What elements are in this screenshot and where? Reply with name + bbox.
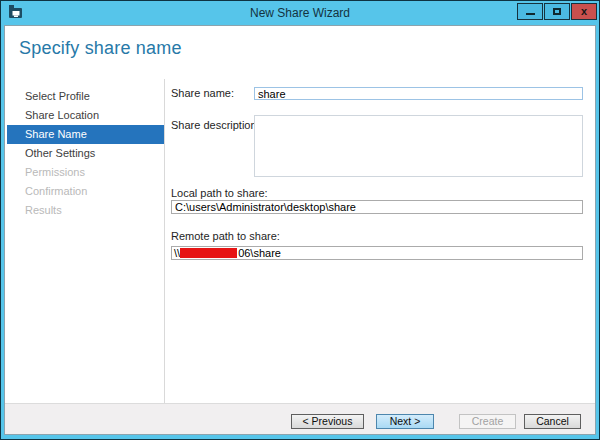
redaction-block (180, 248, 237, 258)
remote-path-input[interactable]: \\ 06\share (171, 246, 583, 260)
form-content: Share name: Share description: Local pat… (5, 26, 595, 403)
share-description-input[interactable] (254, 115, 583, 177)
share-name-input[interactable] (254, 87, 583, 100)
next-button[interactable]: Next > (376, 414, 434, 429)
local-path-input[interactable] (171, 200, 583, 214)
share-description-label: Share description: (171, 119, 260, 132)
remote-path-suffix: 06\share (238, 247, 281, 259)
cancel-button[interactable]: Cancel (524, 414, 581, 429)
maximize-button[interactable] (544, 3, 570, 20)
share-name-label: Share name: (171, 87, 234, 100)
wizard-body: Specify share name Select Profile Share … (4, 25, 596, 435)
minimize-button[interactable] (517, 3, 543, 20)
previous-button[interactable]: < Previous (291, 414, 364, 429)
minimize-icon (526, 13, 535, 15)
local-path-label: Local path to share: (171, 187, 268, 200)
maximize-icon (553, 8, 561, 15)
create-button: Create (459, 414, 516, 429)
window-controls: x (516, 3, 597, 20)
remote-path-label: Remote path to share: (171, 230, 280, 243)
titlebar[interactable]: New Share Wizard x (1, 1, 599, 25)
new-share-wizard-window: New Share Wizard x Specify share name Se… (0, 0, 600, 440)
close-icon: x (581, 6, 587, 17)
window-title: New Share Wizard (1, 1, 599, 25)
wizard-footer: < Previous Next > Create Cancel (5, 403, 595, 434)
close-button[interactable]: x (571, 3, 597, 20)
